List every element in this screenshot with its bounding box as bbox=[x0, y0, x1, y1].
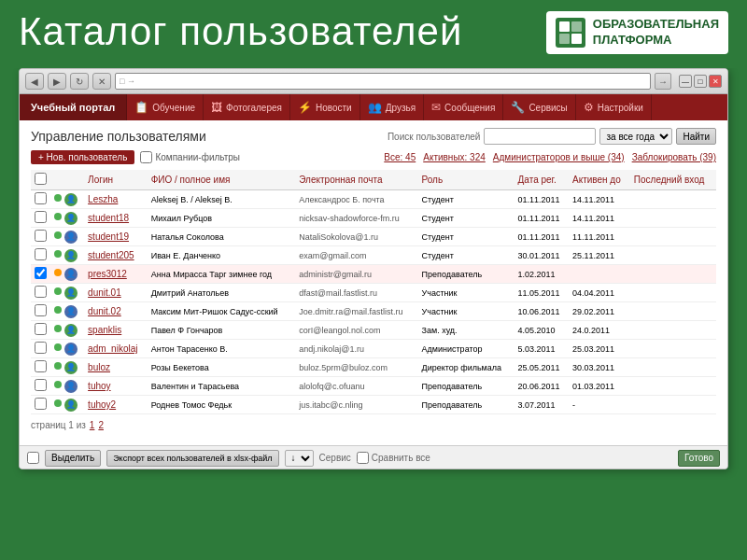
col-email[interactable]: Электронная почта bbox=[295, 170, 417, 190]
row-checkbox-4[interactable] bbox=[35, 267, 47, 279]
select-all-checkbox[interactable] bbox=[35, 173, 47, 185]
row-role-6: Участник bbox=[418, 302, 514, 321]
row-checkbox-7[interactable] bbox=[35, 323, 47, 335]
row-activeto-0: 14.11.2011 bbox=[569, 190, 630, 209]
row-checkbox-2[interactable] bbox=[35, 230, 47, 242]
stats-active[interactable]: Активных: 324 bbox=[423, 152, 486, 162]
user-link-3[interactable]: student205 bbox=[88, 250, 134, 260]
status-dot-1 bbox=[54, 213, 62, 220]
stats-blocked[interactable]: Заблокировать (39) bbox=[632, 152, 716, 162]
nav-item-gallery[interactable]: 🖼 Фотогалерея bbox=[204, 94, 290, 120]
row-checkbox-11[interactable] bbox=[35, 398, 47, 410]
page-link-2[interactable]: 2 bbox=[98, 420, 104, 430]
row-lastlogin-0 bbox=[630, 190, 716, 209]
user-link-4[interactable]: pres3012 bbox=[88, 269, 127, 279]
row-checkbox-5[interactable] bbox=[35, 286, 47, 298]
action-dropdown[interactable]: ↓ bbox=[285, 450, 314, 467]
nav-item-news[interactable]: ⚡ Новости bbox=[290, 94, 360, 120]
select-action-button[interactable]: Выделить bbox=[45, 450, 101, 467]
col-activeto[interactable]: Активен до bbox=[569, 170, 630, 190]
apply-button[interactable]: Готово bbox=[678, 450, 720, 467]
content-area: Управление пользователями Поиск пользова… bbox=[20, 120, 727, 445]
user-link-6[interactable]: dunit.02 bbox=[88, 306, 121, 316]
nav-label-messages: Сообщения bbox=[444, 103, 495, 113]
export-button[interactable]: Экспорт всех пользователей в xlsx-файл bbox=[106, 450, 278, 467]
portal-brand[interactable]: Учебный портал bbox=[20, 94, 127, 120]
row-checkbox-9[interactable] bbox=[35, 360, 47, 372]
row-status-cell: 👤 bbox=[50, 246, 84, 265]
row-checkbox-8[interactable] bbox=[35, 342, 47, 354]
nav-item-friends[interactable]: 👥 Друзья bbox=[360, 94, 424, 120]
filter-checkbox[interactable] bbox=[140, 151, 152, 163]
stats-links: Все: 45 Активных: 324 Администраторов и … bbox=[384, 152, 716, 162]
minimize-button[interactable]: — bbox=[679, 75, 692, 88]
user-link-9[interactable]: buloz bbox=[88, 362, 110, 372]
back-button[interactable]: ◀ bbox=[25, 73, 44, 90]
compare-all-checkbox[interactable] bbox=[357, 452, 369, 464]
address-bar[interactable]: □ → bbox=[115, 73, 651, 90]
messages-icon: ✉ bbox=[431, 101, 441, 114]
row-lastlogin-10 bbox=[630, 377, 716, 396]
user-link-0[interactable]: Leszha bbox=[88, 194, 118, 204]
header: Каталог пользователей ОБРАЗОВАТЕЛЬНАЯ ПЛ… bbox=[0, 0, 747, 68]
stats-administrators[interactable]: Администраторов и выше (34) bbox=[493, 152, 625, 162]
user-link-8[interactable]: adm_nikolaj bbox=[88, 343, 137, 354]
row-status-cell: 👤 bbox=[50, 321, 84, 340]
col-regdate[interactable]: Дата рег. bbox=[514, 170, 569, 190]
nav-item-messages[interactable]: ✉ Сообщения bbox=[424, 94, 503, 120]
compare-all-label[interactable]: Сравнить все bbox=[357, 452, 430, 464]
user-link-10[interactable]: tuhoy bbox=[88, 381, 110, 391]
nav-item-services[interactable]: 🔧 Сервисы bbox=[503, 94, 575, 120]
stats-all[interactable]: Все: 45 bbox=[384, 152, 416, 162]
close-button[interactable]: ✕ bbox=[709, 75, 722, 88]
row-checkbox-6[interactable] bbox=[35, 304, 47, 316]
row-checkbox-3[interactable] bbox=[35, 248, 47, 260]
col-status bbox=[50, 170, 84, 190]
col-login[interactable]: Логин bbox=[84, 170, 148, 190]
users-table: Логин ФИО / полное имя Электронная почта… bbox=[31, 170, 716, 414]
row-activeto-11: - bbox=[569, 396, 630, 414]
row-lastlogin-4 bbox=[630, 265, 716, 284]
page-link-1[interactable]: 1 bbox=[90, 420, 95, 430]
user-link-11[interactable]: tuhoy2 bbox=[88, 399, 116, 410]
row-lastlogin-2 bbox=[630, 228, 716, 246]
nav-item-obuchenie[interactable]: 📋 Обучение bbox=[127, 94, 204, 120]
forward-button[interactable]: ▶ bbox=[48, 73, 66, 90]
col-role[interactable]: Роль bbox=[418, 170, 514, 190]
row-login-5: dunit.01 bbox=[84, 284, 148, 302]
user-link-1[interactable]: student18 bbox=[88, 213, 129, 223]
row-role-2: Студент bbox=[418, 228, 514, 246]
logo-text: ОБРАЗОВАТЕЛЬНАЯ ПЛАТФОРМА bbox=[593, 17, 719, 49]
action-label: Сервис bbox=[319, 453, 351, 463]
row-lastlogin-1 bbox=[630, 209, 716, 228]
row-regdate-4: 1.02.2011 bbox=[514, 265, 569, 284]
stop-button[interactable]: ✕ bbox=[92, 73, 111, 90]
browser-window: ◀ ▶ ↻ ✕ □ → → — □ ✕ Учебный портал 📋 Обу… bbox=[19, 68, 728, 469]
add-user-button[interactable]: + Нов. пользователь bbox=[31, 150, 134, 164]
user-link-2[interactable]: student19 bbox=[88, 231, 129, 242]
search-button[interactable]: Найти bbox=[676, 128, 716, 145]
user-link-7[interactable]: spanklis bbox=[88, 325, 121, 335]
row-email-8: andj.nikolaj@1.ru bbox=[295, 340, 417, 358]
table-row: 👤 pres3012 Анна Мирасса Тарг зимнее год … bbox=[31, 265, 716, 284]
row-checkbox-0[interactable] bbox=[35, 192, 47, 204]
user-link-5[interactable]: dunit.01 bbox=[88, 287, 121, 298]
search-input[interactable] bbox=[484, 128, 596, 145]
search-label: Поиск пользователей bbox=[388, 132, 481, 142]
row-email-6: Joe.dmitr.ra@mail.fastlist.ru bbox=[295, 302, 417, 321]
maximize-button[interactable]: □ bbox=[694, 75, 707, 88]
filter-check[interactable]: Компании-фильтры bbox=[140, 151, 240, 163]
year-select[interactable]: за все года bbox=[599, 128, 672, 145]
row-lastlogin-9 bbox=[630, 358, 716, 377]
col-fullname[interactable]: ФИО / полное имя bbox=[148, 170, 296, 190]
nav-item-settings[interactable]: ⚙ Настройки bbox=[576, 94, 652, 120]
col-lastlogin[interactable]: Последний вход bbox=[630, 170, 716, 190]
refresh-button[interactable]: ↻ bbox=[70, 73, 89, 90]
row-login-6: dunit.02 bbox=[84, 302, 148, 321]
avatar-8: 👤 bbox=[64, 343, 78, 356]
row-checkbox-10[interactable] bbox=[35, 379, 47, 391]
row-checkbox-1[interactable] bbox=[35, 211, 47, 223]
logo-icon bbox=[556, 18, 585, 48]
bottom-select-checkbox[interactable] bbox=[27, 452, 39, 464]
go-button[interactable]: → bbox=[655, 73, 671, 90]
